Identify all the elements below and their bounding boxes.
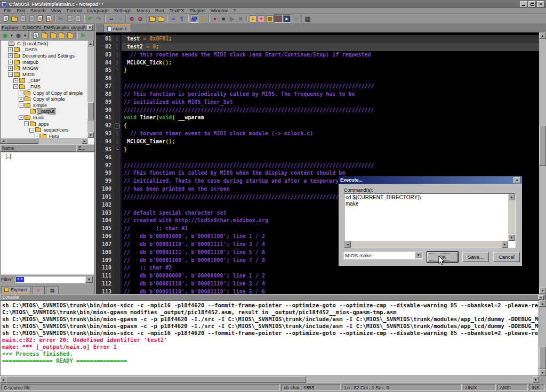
tree-item-trunk[interactable]: −trunk [1, 115, 87, 121]
menu-search[interactable]: Search [28, 8, 49, 13]
plugin-heart-icon[interactable]: ♥ [257, 14, 266, 23]
commands-text[interactable]: cd $(CURRENT_DIRECTORY)\ make [346, 194, 508, 241]
commands-vertical-scrollbar[interactable]: ▲ ▼ [508, 194, 515, 241]
execute-dialog-close-icon[interactable]: × [513, 177, 520, 183]
refresh-icon[interactable]: ↻ [79, 32, 87, 39]
menu-view[interactable]: View [49, 8, 64, 13]
filter-combobox[interactable]: *.* ▼ [15, 276, 94, 283]
filter-dropdown-icon[interactable]: ▼ [85, 276, 93, 283]
play-macro-icon[interactable]: ▶ [228, 14, 236, 23]
plugin-console-icon[interactable]: ▸ [283, 14, 291, 23]
forward-icon[interactable]: ◉ [14, 32, 22, 39]
record-macro-icon[interactable]: ● [211, 14, 219, 23]
list-item[interactable]: ↑[..] [2, 153, 93, 159]
menu-file[interactable]: File [1, 8, 14, 13]
console-output[interactable]: sh C:\MIOS\_SVNMIOS\trunk\bin/mios-sdcc … [0, 300, 539, 376]
tree-item-copy-of-copy-of-simple[interactable]: +Copy of Copy of simple [1, 90, 87, 96]
save-session-icon[interactable] [157, 14, 165, 23]
tree-item-apps[interactable]: −apps [1, 121, 87, 127]
menu-settings[interactable]: Settings [111, 8, 134, 13]
back-icon[interactable]: ◉ [1, 32, 9, 39]
folder-go-icon[interactable] [49, 32, 57, 39]
menu-window[interactable]: Window [208, 8, 230, 13]
back-caret-icon[interactable]: ▾ [10, 32, 14, 39]
tree-item-fms[interactable]: +FMS [1, 133, 87, 138]
menu-edit[interactable]: Edit [14, 8, 28, 13]
tree-item-_cbp[interactable]: +_CBP [1, 78, 87, 84]
copy-icon[interactable] [65, 14, 74, 23]
tab-explorer[interactable]: Explorer [1, 286, 31, 294]
undo-icon[interactable]: ↶ [86, 14, 94, 23]
tree-vertical-scrollbar[interactable]: ▲ ▼ [87, 40, 94, 138]
close-button[interactable]: × [537, 1, 544, 7]
editor-vertical-scrollbar[interactable]: ▲ ▼ [539, 32, 546, 294]
new-doc-icon[interactable] [32, 32, 40, 39]
redo-icon[interactable]: ↷ [94, 14, 103, 23]
menu-plugins[interactable]: Plugins [187, 8, 208, 13]
close-all-icon[interactable] [44, 14, 53, 23]
minimize-button[interactable] [520, 1, 527, 7]
tree-item-mios[interactable]: −MIOS [1, 71, 87, 78]
plugin-doc-icon[interactable]: ≡ [248, 14, 257, 23]
zoom-in-icon[interactable]: ⊕ [127, 14, 136, 23]
column-ext[interactable]: E... [76, 144, 94, 152]
tree-item-_data[interactable]: +_DATA [1, 47, 87, 53]
show-symbols-icon[interactable]: ¶ [178, 14, 186, 23]
open-icon[interactable] [10, 14, 19, 23]
plugin-spell-icon[interactable]: A [274, 14, 283, 23]
tree-item-simple[interactable]: −simple [1, 102, 87, 109]
cut-icon[interactable]: ✂ [57, 14, 65, 23]
stop-macro-icon[interactable]: ■ [219, 14, 228, 23]
tab-plugin[interactable]: ▤ [46, 286, 59, 294]
forward-caret-icon[interactable]: ▾ [23, 32, 27, 39]
console-horizontal-scrollbar[interactable]: ◄ ► [0, 376, 539, 383]
tree-item-inetpub[interactable]: +Inetpub [1, 59, 87, 66]
indent-guide-icon[interactable]: ᚎ [190, 14, 198, 23]
new-file-icon[interactable] [2, 14, 10, 23]
function-list-icon[interactable]: ☰ [198, 14, 207, 23]
paste-icon[interactable] [74, 14, 82, 23]
menu-run[interactable]: Run [152, 8, 167, 13]
close-icon[interactable] [36, 14, 44, 23]
menu-macro[interactable]: Macro [134, 8, 152, 13]
plugin-sparkle-icon[interactable]: ✳ [291, 14, 300, 23]
menu-format[interactable]: Format [64, 8, 85, 13]
folder-add-icon[interactable] [58, 32, 66, 39]
save-all-icon[interactable] [27, 14, 36, 23]
console-close-icon[interactable]: × [538, 295, 544, 300]
zoom-out-icon[interactable]: ⊖ [136, 14, 144, 23]
save-button[interactable]: Save... [462, 252, 489, 262]
tab-main-c[interactable]: main.c [103, 24, 131, 32]
console-vertical-scrollbar[interactable]: ▲ ▼ [539, 300, 546, 376]
preset-combobox[interactable]: MIOS make ▼ [343, 251, 423, 259]
commands-horizontal-scrollbar[interactable]: ◄ ► [344, 241, 508, 248]
menu-?[interactable]: ? [230, 8, 238, 13]
folder-up-icon[interactable] [41, 32, 49, 39]
cancel-button[interactable]: Cancel [493, 252, 520, 262]
tree-item-mingw[interactable]: +MinGW [1, 65, 87, 71]
tree-horizontal-scrollbar[interactable]: ◄ ► [1, 138, 87, 144]
restore-button[interactable] [528, 1, 536, 7]
execute-dialog-title-bar[interactable]: Execute... × [339, 176, 522, 184]
preset-dropdown-icon[interactable]: ▼ [415, 252, 422, 258]
save-icon[interactable] [19, 14, 27, 23]
column-name[interactable]: Name [0, 144, 76, 152]
menu-textfx[interactable]: TextFX [167, 8, 187, 13]
tab-favorites[interactable]: ♥ [32, 286, 45, 294]
tree-item-copy-of-simple[interactable]: +Copy of simple [1, 96, 87, 102]
word-wrap-icon[interactable]: ≈ [169, 14, 178, 23]
replace-icon[interactable]: ●● [115, 14, 124, 23]
explorer-close-icon[interactable]: × [87, 25, 93, 30]
tree-item-c-local-disk-[interactable]: C: [Local Disk] [1, 40, 87, 47]
tree-item-_output[interactable]: _output [1, 109, 87, 115]
find-icon[interactable]: ●● [107, 14, 115, 23]
tree-item-_fms[interactable]: −_FMS [1, 84, 87, 90]
folder-fav-icon[interactable] [66, 32, 74, 39]
print-icon[interactable]: ▤ [303, 14, 312, 23]
menu-language[interactable]: Language [84, 8, 111, 13]
tree-item-sequencers[interactable]: −sequencers [1, 127, 87, 133]
run-multi-icon[interactable]: ▮▮ [236, 14, 245, 23]
tree-item-documents-and-settings[interactable]: +Documents and Settings [1, 53, 87, 59]
commands-textarea[interactable]: cd $(CURRENT_DIRECTORY)\ make ▲ ▼ ◄ ► [344, 193, 516, 248]
load-session-icon[interactable] [148, 14, 157, 23]
